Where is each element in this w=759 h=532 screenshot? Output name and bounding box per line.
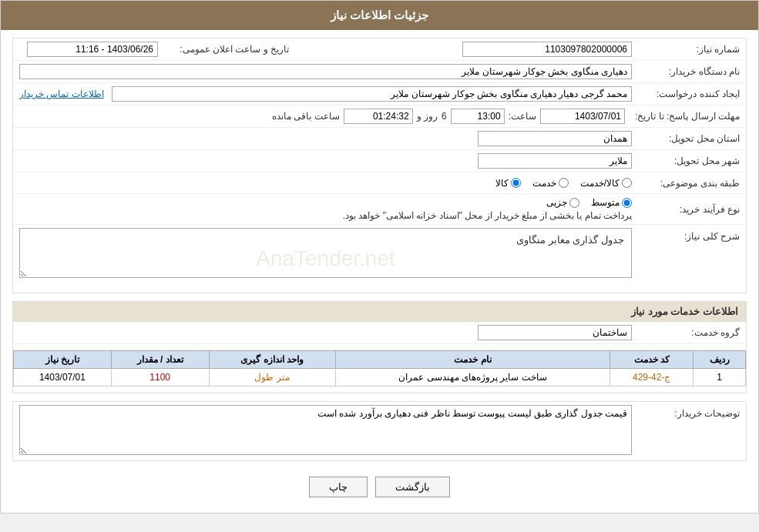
- deadline-days-label: روز و: [417, 111, 438, 122]
- category-radio-group: کالا/خدمت خدمت کالا: [19, 178, 632, 189]
- back-button[interactable]: بازگشت: [375, 477, 450, 497]
- deadline-row: مهلت ارسال پاسخ: تا تاریخ: ساعت: 6 روز و…: [13, 105, 746, 128]
- buyer-notes-textarea: [19, 405, 632, 455]
- cell-quantity: 1100: [111, 369, 209, 386]
- category-label: طبقه بندی موضوعی:: [632, 178, 740, 189]
- col-date: تاریخ نیاز: [14, 351, 112, 369]
- col-row-num: ردیف: [694, 351, 746, 369]
- purchase-type-jozi[interactable]: جزیی: [546, 197, 579, 208]
- province-row: استان محل تحویل:: [13, 128, 746, 150]
- province-input: [478, 131, 632, 146]
- col-unit: واحد اندازه گیری: [209, 351, 335, 369]
- col-quantity: تعداد / مقدار: [111, 351, 209, 369]
- announce-date-label: تاریخ و ساعت اعلان عمومی:: [158, 44, 297, 55]
- need-number-row: شماره نیاز: تاریخ و ساعت اعلان عمومی:: [13, 38, 746, 61]
- need-number-label: شماره نیاز:: [632, 44, 740, 55]
- page-header: جزئیات اطلاعات نیاز: [1, 1, 758, 30]
- category-option-kala-khedmat[interactable]: کالا/خدمت: [580, 178, 632, 189]
- purchase-type-motavaset[interactable]: متوسط: [591, 197, 632, 208]
- requester-input: [112, 86, 632, 102]
- col-service-name: نام خدمت: [335, 351, 610, 369]
- cell-unit: متر طول: [209, 369, 335, 386]
- buyer-org-row: نام دستگاه خریدار:: [13, 61, 746, 83]
- city-row: شهر محل تحویل:: [13, 150, 746, 172]
- category-option-kala[interactable]: کالا: [495, 178, 521, 189]
- purchase-type-description: پرداخت تمام یا بخشی از مبلغ خریدار از مح…: [343, 210, 632, 221]
- buyer-notes-row: توضیحات خریدار:: [13, 402, 746, 460]
- deadline-time-input: [451, 109, 505, 124]
- category-row: طبقه بندی موضوعی: کالا/خدمت خدمت: [13, 172, 746, 194]
- deadline-label: مهلت ارسال پاسخ: تا تاریخ:: [629, 111, 740, 122]
- service-group-row: گروه خدمت:: [13, 322, 746, 344]
- buyer-org-input: [19, 64, 632, 79]
- services-table-section: ردیف کد خدمت نام خدمت واحد اندازه گیری ت…: [13, 350, 746, 386]
- print-button[interactable]: چاپ: [309, 477, 368, 497]
- purchase-type-row: نوع فرآیند خرید: متوسط جزیی پرداخت تمام …: [13, 194, 746, 225]
- purchase-type-label: نوع فرآیند خرید:: [632, 204, 740, 215]
- cell-row-num: 1: [694, 369, 746, 386]
- buyer-org-label: نام دستگاه خریدار:: [632, 66, 740, 77]
- category-option-khedmat[interactable]: خدمت: [532, 178, 569, 189]
- requester-contact-link[interactable]: اطلاعات تماس خریدار: [19, 89, 104, 99]
- need-number-input: [462, 42, 632, 57]
- need-desc-label: شرح کلی نیاز:: [632, 228, 740, 242]
- remaining-time-input: [344, 109, 413, 124]
- purchase-type-radio-group: متوسط جزیی: [546, 197, 632, 208]
- services-section-header: اطلاعات خدمات مورد نیاز: [13, 302, 746, 322]
- cell-service-name: ساخت سایر پروژه‌های مهندسی عمران: [335, 369, 610, 386]
- announce-date-input: [27, 42, 158, 57]
- col-service-code: کد خدمت: [610, 351, 694, 369]
- city-input: [478, 153, 632, 169]
- requester-row: ایجاد کننده درخواست: اطلاعات تماس خریدار: [13, 83, 746, 105]
- deadline-days-value: 6: [442, 111, 447, 122]
- table-row: 1 ج-42-429 ساخت سایر پروژه‌های مهندسی عم…: [14, 369, 746, 386]
- buyer-notes-label: توضیحات خریدار:: [632, 405, 740, 419]
- service-group-label: گروه خدمت:: [632, 327, 740, 338]
- main-form: شماره نیاز: تاریخ و ساعت اعلان عمومی: نا…: [12, 38, 747, 293]
- page-title: جزئیات اطلاعات نیاز: [331, 8, 428, 22]
- service-group-input: [478, 325, 632, 340]
- cell-date: 1403/07/01: [14, 369, 112, 386]
- services-table: ردیف کد خدمت نام خدمت واحد اندازه گیری ت…: [13, 350, 746, 386]
- services-section: اطلاعات خدمات مورد نیاز گروه خدمت: ردیف …: [12, 301, 747, 393]
- deadline-date-input: [540, 109, 625, 124]
- city-label: شهر محل تحویل:: [632, 156, 740, 166]
- province-label: استان محل تحویل:: [632, 133, 740, 144]
- need-desc-row: شرح کلی نیاز: جدول گذاری معابر منگاوی An…: [13, 225, 746, 293]
- table-header-row: ردیف کد خدمت نام خدمت واحد اندازه گیری ت…: [14, 351, 746, 369]
- deadline-time-label: ساعت:: [509, 111, 536, 122]
- cell-service-code: ج-42-429: [610, 369, 694, 386]
- remaining-label: ساعت باقی مانده: [272, 111, 340, 122]
- requester-label: ایجاد کننده درخواست:: [632, 89, 740, 99]
- need-desc-overlay-text: جدول گذاری معابر منگاوی: [516, 234, 624, 246]
- action-buttons: بازگشت چاپ: [12, 469, 747, 505]
- buyer-notes-section: توضیحات خریدار:: [12, 401, 747, 461]
